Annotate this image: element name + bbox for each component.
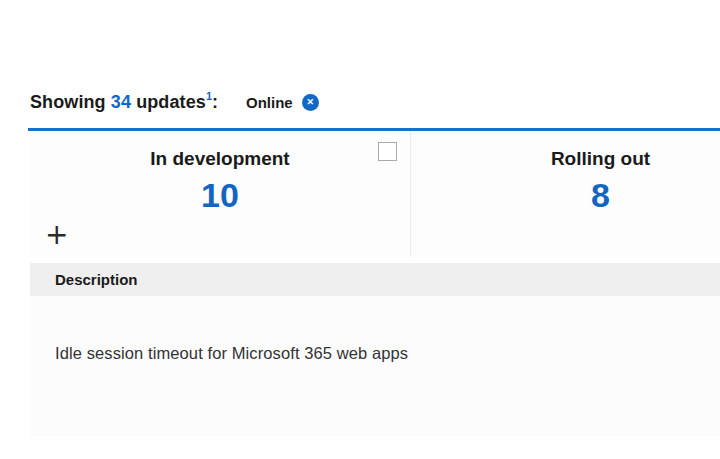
filter-chip-label: Online — [246, 94, 293, 111]
filter-remove-icon[interactable]: ✕ — [302, 94, 319, 111]
status-cards-strip: In development 10 + Rolling out 8 — [30, 131, 720, 257]
results-count: 34 — [111, 92, 131, 112]
card-title: Rolling out — [411, 148, 720, 170]
table-row[interactable]: Idle session timeout for Microsoft 365 w… — [30, 296, 720, 437]
row-description-text: Idle session timeout for Microsoft 365 w… — [55, 344, 408, 363]
expand-plus-icon[interactable]: + — [45, 221, 68, 249]
column-header-label: Description — [30, 271, 138, 288]
card-rolling-out[interactable]: Rolling out 8 — [410, 131, 720, 257]
results-updates-label: updates — [136, 92, 206, 112]
footnote-marker: 1 — [206, 90, 212, 102]
results-summary: Showing 34 updates1: — [30, 91, 218, 113]
card-count: 8 — [411, 176, 720, 215]
card-count: 10 — [30, 176, 410, 215]
filter-chip-online[interactable]: Online ✕ — [246, 94, 319, 111]
card-checkbox[interactable] — [378, 142, 397, 161]
results-summary-prefix: Showing — [30, 92, 106, 112]
table-header-description: Description — [30, 263, 720, 296]
card-in-development[interactable]: In development 10 + — [30, 131, 410, 257]
results-colon: : — [212, 92, 218, 112]
card-title: In development — [30, 148, 410, 170]
